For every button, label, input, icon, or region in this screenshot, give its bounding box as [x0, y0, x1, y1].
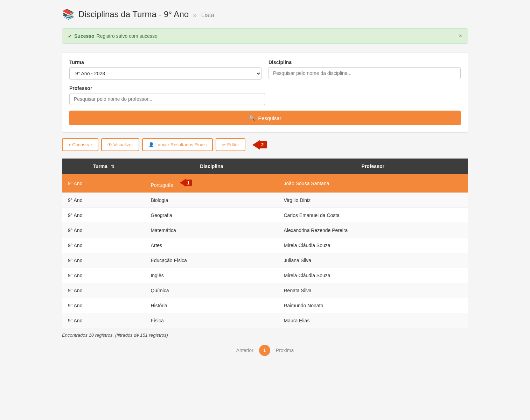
arrow-left-icon [180, 178, 186, 187]
turma-filter-group: Turma 9° Ano - 2023 8° Ano - 2023 7° Ano… [69, 59, 261, 80]
alert-close-button[interactable]: × [459, 33, 462, 39]
cell-turma: 9° Ano [62, 283, 145, 298]
cell-turma: 9° Ano [62, 253, 145, 268]
page-title: Disciplinas da Turma - 9° Ano » Lista [78, 9, 214, 19]
editar-button[interactable]: ✏ Editar [216, 138, 245, 151]
col-turma: Turma ⇅ [62, 159, 145, 174]
footer-count: Encontrados 10 registros. [62, 332, 114, 338]
professor-filter-group: Professor [69, 85, 265, 105]
lancar-button[interactable]: 👤 Lançar Resultados Finais [142, 138, 213, 151]
pagination: Anterior 1 Proxima [62, 345, 468, 356]
arrow-number-label: 2 [260, 141, 267, 148]
col-professor: Professor [278, 159, 468, 174]
alert-message: Registro salvo com sucesso [97, 33, 158, 39]
pagination-next[interactable]: Proxima [276, 348, 294, 353]
alert-text: ✔ Sucesso Registro salvo com sucesso [68, 33, 158, 39]
cell-professor: Maura Elias [278, 313, 468, 328]
col-professor-label: Professor [362, 163, 384, 169]
pagination-current[interactable]: 1 [259, 345, 270, 356]
sort-icon[interactable]: ⇅ [111, 164, 114, 169]
disciplina-input[interactable] [269, 67, 461, 79]
data-table: Turma ⇅ Disciplina Professor 9° AnoPortu… [62, 158, 468, 328]
cell-professor: Carlos Emanuel da Costa [278, 208, 468, 223]
table-row[interactable]: 9° AnoEducação FísicaJuliana Silva [62, 253, 468, 268]
table-row[interactable]: 9° AnoFísicaMaura Elias [62, 313, 468, 328]
cell-disciplina: Artes [145, 238, 278, 253]
cell-disciplina: Português1 [145, 174, 278, 193]
table-header: Turma ⇅ Disciplina Professor [62, 159, 468, 174]
cell-disciplina: Geografia [145, 208, 278, 223]
editar-arrow-indicator: 2 [252, 140, 267, 150]
search-icon: 🔍 [249, 115, 255, 121]
filter-row-bottom: Professor [69, 85, 461, 105]
table-footer-info: Encontrados 10 registros. (filtrados de … [62, 332, 468, 338]
footer-filtered: (filtrados de 151 registros) [115, 332, 168, 338]
table-row[interactable]: 9° AnoHistóriaRaimundo Nonato [62, 298, 468, 313]
table-row[interactable]: 9° AnoPortuguês1João Sousa Santana [62, 174, 468, 193]
search-button[interactable]: 🔍 Pesquisar [69, 111, 461, 125]
breadcrumb-separator: » [193, 12, 197, 19]
cell-professor: Juliana Silva [278, 253, 468, 268]
visualizar-label: 👁 Visualizar [107, 142, 133, 147]
cadastrar-button[interactable]: + Cadastrar [62, 138, 98, 151]
cell-disciplina: Física [145, 313, 278, 328]
cell-disciplina: Educação Física [145, 253, 278, 268]
col-turma-label: Turma [93, 163, 107, 169]
arrow-left-icon [252, 140, 260, 150]
disciplina-label: Disciplina [269, 59, 461, 65]
cell-turma: 9° Ano [62, 298, 145, 313]
table-body: 9° AnoPortuguês1João Sousa Santana9° Ano… [62, 174, 468, 328]
table-row[interactable]: 9° AnoGeografiaCarlos Emanuel da Costa [62, 208, 468, 223]
cell-disciplina: Matemática [145, 223, 278, 238]
cell-turma: 9° Ano [62, 238, 145, 253]
cell-disciplina: Inglês [145, 268, 278, 283]
cell-professor: Mirela Cláudia Souza [278, 268, 468, 283]
editar-label: ✏ Editar [222, 142, 239, 147]
filter-section: Turma 9° Ano - 2023 8° Ano - 2023 7° Ano… [62, 52, 468, 133]
turma-label: Turma [69, 59, 261, 65]
page-header: 📚 Disciplinas da Turma - 9° Ano » Lista [62, 8, 468, 20]
filter-row-top: Turma 9° Ano - 2023 8° Ano - 2023 7° Ano… [69, 59, 461, 80]
table-row[interactable]: 9° AnoQuímicaRenata Silva [62, 283, 468, 298]
cell-turma: 9° Ano [62, 313, 145, 328]
cadastrar-label: + Cadastrar [68, 142, 92, 147]
cell-professor: João Sousa Santana [278, 174, 468, 193]
cell-disciplina: Química [145, 283, 278, 298]
disciplina-filter-group: Disciplina [269, 59, 461, 80]
visualizar-button[interactable]: 👁 Visualizar [101, 138, 139, 151]
alert-bold: Sucesso [74, 33, 95, 39]
alert-success: ✔ Sucesso Registro salvo com sucesso × [62, 28, 468, 44]
cell-professor: Virgilio Diniz [278, 193, 468, 208]
table-row[interactable]: 9° AnoInglêsMirela Cláudia Souza [62, 268, 468, 283]
professor-label: Professor [69, 85, 265, 91]
cell-professor: Raimundo Nonato [278, 298, 468, 313]
cell-turma: 9° Ano [62, 193, 145, 208]
breadcrumb-subtitle: Lista [201, 12, 214, 19]
cell-turma: 9° Ano [62, 223, 145, 238]
table-row[interactable]: 9° AnoBiologiaVirgilio Diniz [62, 193, 468, 208]
cell-turma: 9° Ano [62, 174, 145, 193]
lancar-label: 👤 Lançar Resultados Finais [148, 142, 207, 147]
search-button-label: Pesquisar [258, 115, 281, 121]
cell-disciplina: Biologia [145, 193, 278, 208]
cell-turma: 9° Ano [62, 208, 145, 223]
col-disciplina: Disciplina [145, 159, 278, 174]
book-icon: 📚 [62, 8, 74, 20]
professor-input[interactable] [69, 93, 265, 105]
title-text: Disciplinas da Turma - 9° Ano [78, 9, 189, 19]
row-arrow-indicator: 1 [180, 178, 192, 187]
cell-professor: Renata Silva [278, 283, 468, 298]
cell-turma: 9° Ano [62, 268, 145, 283]
turma-select[interactable]: 9° Ano - 2023 8° Ano - 2023 7° Ano - 202… [69, 67, 261, 80]
table-row[interactable]: 9° AnoArtesMirela Cláudia Souza [62, 238, 468, 253]
arrow-number-label: 1 [186, 180, 192, 186]
cell-professor: Alexandrina Rezende Pereira [278, 223, 468, 238]
pagination-prev[interactable]: Anterior [236, 348, 253, 353]
table-row[interactable]: 9° AnoMatemáticaAlexandrina Rezende Pere… [62, 223, 468, 238]
action-buttons: + Cadastrar 👁 Visualizar 👤 Lançar Result… [62, 138, 468, 151]
cell-professor: Mirela Cláudia Souza [278, 238, 468, 253]
cell-disciplina: História [145, 298, 278, 313]
col-disciplina-label: Disciplina [200, 163, 223, 169]
